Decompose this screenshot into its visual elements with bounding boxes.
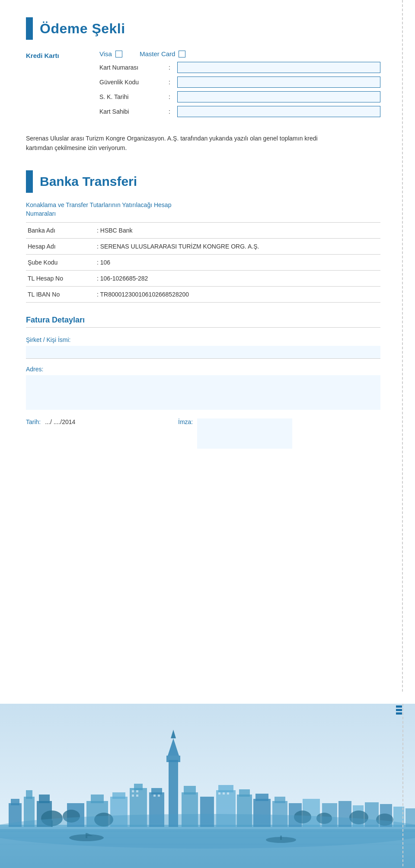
svg-rect-64	[158, 795, 160, 797]
svg-rect-62	[136, 795, 138, 797]
svg-rect-10	[39, 795, 50, 803]
table-row: TL IBAN No : TR800012300106102668528200	[26, 286, 380, 302]
kart-numarasi-colon: :	[169, 64, 177, 71]
guvenlik-kodu-label: Güvenlik Kodu	[99, 79, 169, 86]
odeme-title: Ödeme Şekli	[40, 21, 125, 37]
sk-tarihi-input[interactable]	[177, 91, 380, 102]
svg-rect-8	[26, 790, 32, 799]
svg-rect-32	[255, 794, 268, 801]
fatura-section: Fatura Detayları Şirket / Kişi İsmi: Adr…	[26, 316, 380, 449]
adres-field: Adres:	[26, 366, 380, 410]
svg-rect-59	[132, 790, 134, 792]
guvenlik-kodu-row: Güvenlik Kodu :	[99, 77, 380, 88]
kredi-karti-section: Kredi Kartı Visa Master Card Kart Numara…	[26, 50, 380, 121]
bank-subtitle-1: Konaklama ve Transfer Tutarlarının Yatır…	[26, 201, 380, 208]
sube-kodu-label: Şube Kodu	[26, 254, 95, 270]
sirket-field: Şirket / Kişi İsmi:	[26, 336, 380, 359]
svg-rect-28	[218, 785, 233, 792]
tl-iban-label: TL IBAN No	[26, 286, 95, 302]
kart-sahibi-input[interactable]	[177, 106, 380, 117]
kart-numarasi-label: Kart Numarası	[99, 64, 169, 71]
section-bar-banka	[26, 170, 33, 193]
svg-rect-20	[112, 792, 125, 799]
banka-title: Banka Transferi	[40, 174, 137, 189]
visa-option: Visa	[99, 50, 122, 57]
svg-rect-53	[0, 829, 415, 868]
sube-kodu-value: : 106	[95, 254, 380, 270]
guvenlik-kodu-input[interactable]	[177, 77, 380, 88]
bank-subtitle-2: Numaraları	[26, 210, 380, 217]
svg-rect-60	[136, 790, 138, 792]
sirket-label: Şirket / Kişi İsmi:	[26, 336, 380, 343]
bank-table: Banka Adı : HSBC Bank Hesap Adı : SERENA…	[26, 222, 380, 303]
banka-adi-label: Banka Adı	[26, 222, 95, 238]
svg-rect-67	[227, 792, 229, 795]
fatura-title: Fatura Detayları	[26, 316, 380, 328]
table-row: TL Hesap No : 106-1026685-282	[26, 270, 380, 286]
svg-rect-34	[275, 797, 285, 803]
tarih-label: Tarih:	[26, 418, 41, 425]
tarih-value: .../ ..../2014	[45, 418, 75, 425]
description-text: Serenas Uluslar arası Turizm Kongre Orga…	[26, 134, 320, 153]
sk-tarihi-row: S. K. Tarihi :	[99, 91, 380, 102]
visa-checkbox[interactable]	[115, 51, 122, 57]
sk-tarihi-colon: :	[169, 93, 177, 100]
imza-section: İmza:	[178, 418, 380, 449]
banka-adi-colon: : HSBC Bank	[95, 222, 380, 238]
imza-label: İmza:	[178, 418, 193, 425]
svg-rect-18	[151, 788, 162, 795]
svg-rect-12	[166, 756, 180, 762]
accent-bar-3	[396, 712, 402, 715]
kart-sahibi-label: Kart Sahibi	[99, 108, 169, 115]
guvenlik-kodu-colon: :	[169, 79, 177, 86]
svg-rect-65	[218, 792, 220, 795]
hesap-adi-value: : SERENAS ULUSLARARASI TURİZM KONGRE ORG…	[95, 238, 380, 254]
kart-sahibi-colon: :	[169, 108, 177, 115]
tarih-section: Tarih: .../ ..../2014	[26, 418, 161, 425]
accent-bar-2	[396, 709, 402, 711]
kart-numarasi-input[interactable]	[177, 62, 380, 73]
kart-numarasi-row: Kart Numarası :	[99, 62, 380, 73]
svg-rect-30	[239, 789, 250, 797]
master-card-option: Master Card	[140, 50, 186, 57]
kredi-form: Visa Master Card Kart Numarası :	[99, 50, 380, 121]
accent-bar-1	[396, 705, 402, 708]
svg-rect-66	[223, 792, 225, 795]
tl-iban-value: : TR800012300106102668528200	[95, 286, 380, 302]
master-card-checkbox[interactable]	[179, 51, 185, 57]
master-card-label: Master Card	[140, 50, 176, 57]
odeme-section-header: Ödeme Şekli	[26, 17, 380, 40]
svg-rect-22	[91, 795, 104, 803]
tl-hesap-no-value: : 106-1026685-282	[95, 270, 380, 286]
svg-rect-63	[153, 795, 156, 797]
svg-rect-55	[86, 833, 87, 838]
kart-sahibi-row: Kart Sahibi :	[99, 106, 380, 117]
hesap-adi-label: Hesap Adı	[26, 238, 95, 254]
table-row: Banka Adı : HSBC Bank	[26, 222, 380, 238]
accent-bars	[396, 705, 402, 715]
fatura-bottom-row: Tarih: .../ ..../2014 İmza:	[26, 418, 380, 449]
table-row: Hesap Adı : SERENAS ULUSLARARASI TURİZM …	[26, 238, 380, 254]
sirket-input[interactable]	[26, 346, 380, 359]
banka-section-header: Banka Transferi	[26, 170, 380, 193]
svg-rect-25	[184, 786, 196, 795]
imza-box[interactable]	[197, 418, 292, 449]
svg-rect-16	[134, 784, 143, 790]
kredi-karti-label: Kredi Kartı	[26, 50, 99, 59]
adres-input[interactable]	[26, 375, 380, 410]
card-options-row: Visa Master Card	[99, 50, 380, 57]
sk-tarihi-label: S. K. Tarihi	[99, 93, 169, 100]
tl-hesap-no-label: TL Hesap No	[26, 270, 95, 286]
section-bar-odeme	[26, 17, 33, 40]
svg-rect-61	[132, 795, 134, 797]
table-row: Şube Kodu : 106	[26, 254, 380, 270]
adres-label: Adres:	[26, 366, 380, 373]
svg-rect-6	[11, 799, 19, 805]
svg-rect-58	[280, 836, 282, 840]
cityscape-image	[0, 704, 415, 868]
visa-label: Visa	[99, 50, 112, 57]
